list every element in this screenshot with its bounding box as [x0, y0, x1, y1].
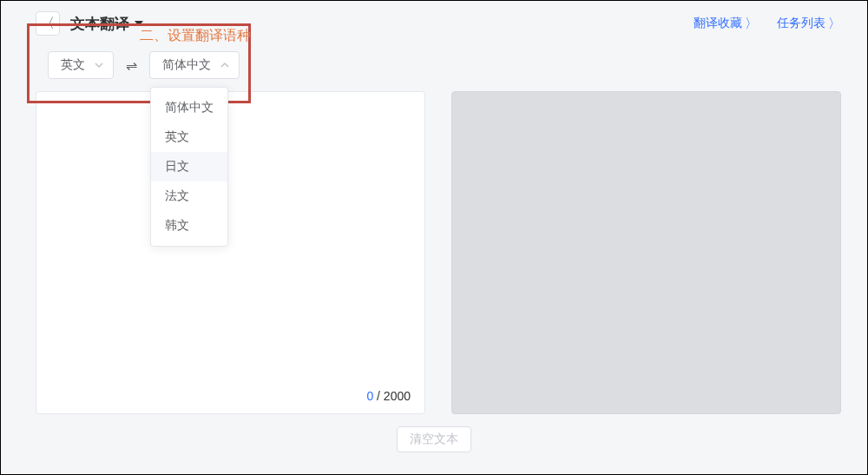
source-language-select[interactable]: 英文 [48, 51, 114, 79]
chevron-right-icon: 〉 [745, 16, 758, 32]
char-sep: / [373, 389, 384, 403]
char-counter: 0 / 2000 [366, 389, 411, 403]
dropdown-option[interactable]: 法文 [151, 181, 227, 211]
source-language-label: 英文 [61, 57, 85, 73]
source-text-panel[interactable]: 0 / 2000 [36, 91, 425, 414]
dropdown-option[interactable]: 简体中文 [151, 93, 227, 122]
dropdown-option[interactable]: 韩文 [151, 211, 227, 241]
target-language-dropdown: 简体中文英文日文法文韩文 [150, 87, 228, 247]
char-max: 2000 [384, 389, 411, 403]
back-button[interactable]: 〈 [36, 11, 60, 36]
chevron-up-icon [220, 60, 230, 70]
clear-button[interactable]: 清空文本 [397, 426, 471, 452]
favorites-link[interactable]: 翻译收藏 〉 [694, 16, 758, 32]
clear-label: 清空文本 [410, 432, 458, 445]
char-current: 0 [366, 389, 373, 403]
dropdown-option[interactable]: 英文 [151, 122, 227, 152]
favorites-label: 翻译收藏 [694, 16, 742, 31]
chevron-down-icon [94, 60, 104, 70]
chevron-right-icon: 〉 [828, 16, 841, 32]
caret-down-icon [135, 21, 143, 26]
page-title: 文本翻译 [70, 14, 129, 34]
chevron-left-icon: 〈 [41, 15, 55, 33]
tasks-link[interactable]: 任务列表 〉 [777, 16, 841, 32]
target-text-panel [451, 91, 841, 414]
swap-icon[interactable]: ⇌ [126, 57, 137, 74]
target-language-label: 简体中文 [162, 57, 211, 73]
target-language-select[interactable]: 简体中文 简体中文英文日文法文韩文 [149, 51, 240, 79]
dropdown-option[interactable]: 日文 [151, 152, 227, 181]
tasks-label: 任务列表 [777, 16, 825, 31]
page-title-select[interactable]: 文本翻译 [70, 14, 143, 34]
